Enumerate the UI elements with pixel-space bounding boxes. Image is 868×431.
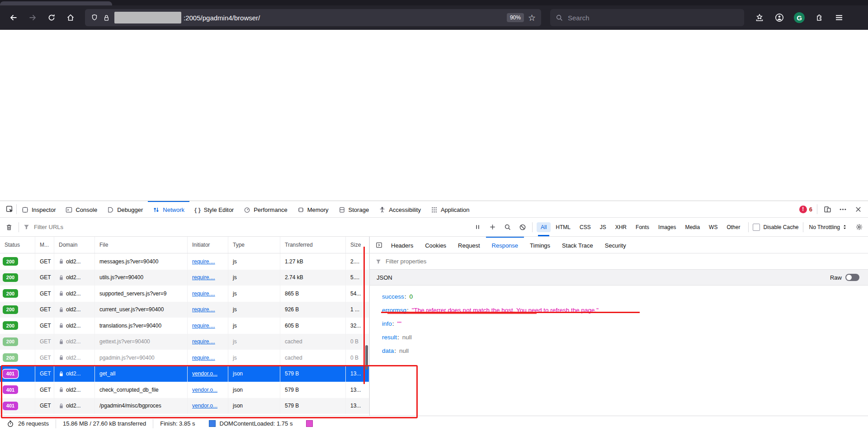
details-tab-headers[interactable]: Headers xyxy=(385,237,419,253)
back-button[interactable] xyxy=(5,9,22,26)
json-property-data[interactable]: data:null xyxy=(382,344,868,357)
status-cell: 200 xyxy=(0,318,35,334)
initiator-link[interactable]: vendor.o... xyxy=(192,370,217,377)
json-property-errormsg[interactable]: errormsg:"The referrer does not match th… xyxy=(382,303,868,317)
initiator-link[interactable]: require.... xyxy=(192,323,215,329)
network-settings-button[interactable] xyxy=(854,222,864,233)
clear-requests-button[interactable] xyxy=(4,222,14,233)
initiator-link[interactable]: vendor.o... xyxy=(192,387,217,393)
add-request-button[interactable] xyxy=(487,222,498,233)
initiator-link[interactable]: require.... xyxy=(192,290,215,297)
initiator-link[interactable]: require.... xyxy=(192,338,215,345)
lock-icon[interactable] xyxy=(103,14,110,22)
devtools-more-button[interactable] xyxy=(837,204,848,215)
filter-pill-html[interactable]: HTML xyxy=(552,222,575,232)
filter-properties-input[interactable]: Filter properties xyxy=(386,258,426,265)
browser-tab[interactable] xyxy=(0,1,112,5)
pause-requests-button[interactable] xyxy=(472,222,483,233)
request-row[interactable]: 401GETold2.../pgadmin4/misc/bgprocesvend… xyxy=(0,398,369,414)
url-bar[interactable]: :2005/pgadmin4/browser/ 90% xyxy=(85,9,541,26)
tab-label: Performance xyxy=(254,206,287,213)
request-row[interactable]: 200GETold2...translations.js?ver=90400re… xyxy=(0,318,369,334)
initiator-link[interactable]: vendor.o... xyxy=(192,403,217,409)
devtools-tab-memory[interactable]: Memory xyxy=(292,201,334,217)
filter-pill-xhr[interactable]: XHR xyxy=(611,222,631,232)
request-row[interactable]: 200GETold2...current_user.js?ver=90400re… xyxy=(0,302,369,318)
details-tab-stack-trace[interactable]: Stack Trace xyxy=(556,237,599,253)
filter-urls-input[interactable]: Filter URLs xyxy=(34,224,63,230)
extensions-button[interactable] xyxy=(811,9,827,26)
forward-button[interactable] xyxy=(24,9,41,26)
reload-button[interactable] xyxy=(43,9,60,26)
devtools-tab-inspector[interactable]: Inspector xyxy=(17,201,61,217)
url-text[interactable]: :2005/pgadmin4/browser/ xyxy=(184,14,260,22)
details-tab-response[interactable]: Response xyxy=(486,237,524,253)
request-row[interactable]: 200GETold2...gettext.js?ver=90400require… xyxy=(0,334,369,350)
devtools-tab-console[interactable]: Console xyxy=(61,201,102,217)
request-row[interactable]: 200GETold2...supported_servers.js?ver=9r… xyxy=(0,286,369,302)
column-header-type[interactable]: Type xyxy=(228,237,280,253)
devtools-close-button[interactable] xyxy=(853,204,863,215)
error-count-badge[interactable]: !6 xyxy=(799,206,812,213)
method-cell: GET xyxy=(35,382,54,398)
column-header-status[interactable]: Status xyxy=(0,237,35,253)
json-property-success[interactable]: success:0 xyxy=(382,290,868,303)
details-tab-security[interactable]: Security xyxy=(599,237,632,253)
column-header-size[interactable]: Size xyxy=(346,237,369,253)
scrollbar-thumb[interactable] xyxy=(365,345,368,370)
devtools-tab-network[interactable]: Network xyxy=(148,201,189,217)
disable-cache-checkbox[interactable]: Disable Cache xyxy=(753,224,798,231)
search-bar[interactable]: Search xyxy=(550,9,744,26)
panel-toggle-icon xyxy=(376,242,382,248)
account-button[interactable] xyxy=(771,9,788,26)
zoom-level-badge[interactable]: 90% xyxy=(507,13,524,22)
bookmark-star-icon[interactable] xyxy=(528,14,536,22)
column-header-m-[interactable]: M... xyxy=(35,237,54,253)
filter-pill-fonts[interactable]: Fonts xyxy=(632,222,653,232)
filter-pill-css[interactable]: CSS xyxy=(576,222,595,232)
initiator-link[interactable]: require.... xyxy=(192,258,215,265)
json-property-result[interactable]: result:null xyxy=(382,330,868,344)
request-row[interactable]: 401GETold2...get_allvendor.o...json579 B… xyxy=(0,366,369,382)
devtools-tab-accessibility[interactable]: Accessibility xyxy=(374,201,426,217)
grammarly-extension-button[interactable] xyxy=(791,9,807,26)
home-button[interactable] xyxy=(62,9,79,26)
filter-pill-images[interactable]: Images xyxy=(654,222,680,232)
raw-toggle[interactable] xyxy=(845,274,859,281)
devtools-tab-performance[interactable]: Performance xyxy=(239,201,292,217)
json-section-header[interactable]: JSON Raw xyxy=(370,270,868,286)
details-tab-request[interactable]: Request xyxy=(452,237,486,253)
column-header-domain[interactable]: Domain xyxy=(54,237,95,253)
shield-icon[interactable] xyxy=(90,14,99,22)
split-panel-toggle-button[interactable] xyxy=(373,237,385,253)
json-property-info[interactable]: info:"" xyxy=(382,317,868,330)
filter-pill-other[interactable]: Other xyxy=(722,222,744,232)
menu-button[interactable] xyxy=(831,9,847,26)
column-header-initiator[interactable]: Initiator xyxy=(188,237,228,253)
column-header-file[interactable]: File xyxy=(95,237,188,253)
request-row[interactable]: 200GETold2...utils.js?ver=90400require..… xyxy=(0,270,369,286)
request-row[interactable]: 401GETold2...check_corrupted_db_filevend… xyxy=(0,382,369,398)
devtools-tab-application[interactable]: Application xyxy=(426,201,475,217)
initiator-link[interactable]: require.... xyxy=(192,306,215,313)
search-requests-button[interactable] xyxy=(502,222,513,233)
responsive-design-button[interactable] xyxy=(822,204,833,215)
filter-pill-all[interactable]: All xyxy=(537,222,551,232)
devtools-tab-storage[interactable]: Storage xyxy=(334,201,374,217)
filter-pill-media[interactable]: Media xyxy=(681,222,704,232)
devtools-tab-style-editor[interactable]: { }Style Editor xyxy=(189,201,239,217)
pick-element-button[interactable] xyxy=(3,201,16,217)
filter-pill-js[interactable]: JS xyxy=(596,222,610,232)
bookmarks-menu-button[interactable] xyxy=(751,9,768,26)
block-requests-button[interactable] xyxy=(517,222,528,233)
throttling-select[interactable]: No Throttling xyxy=(807,224,849,230)
request-row[interactable]: 200GETold2...pgadmin.js?ver=90400require… xyxy=(0,350,369,366)
column-header-transferred[interactable]: Transferred xyxy=(280,237,346,253)
devtools-tab-debugger[interactable]: Debugger xyxy=(102,201,148,217)
details-tab-timings[interactable]: Timings xyxy=(524,237,556,253)
details-tab-cookies[interactable]: Cookies xyxy=(419,237,452,253)
initiator-link[interactable]: require.... xyxy=(192,274,215,281)
filter-pill-ws[interactable]: WS xyxy=(705,222,722,232)
request-row[interactable]: 200GETold2...messages.js?ver=90400requir… xyxy=(0,253,369,270)
initiator-link[interactable]: require.... xyxy=(192,355,215,361)
